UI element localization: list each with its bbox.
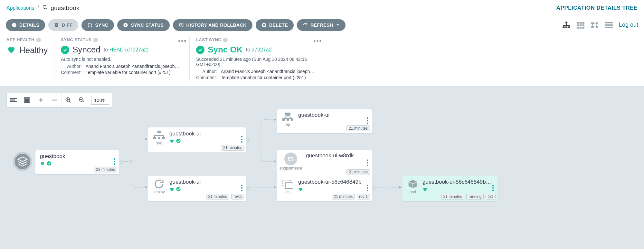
svg-rect-74: [163, 135, 164, 137]
node-kind: rs: [286, 190, 289, 194]
last-sync-panel: ••• LAST SYNC Sync OK to d7927a2 Succeed…: [189, 37, 325, 81]
node-age-tag: 21 minutes: [332, 194, 355, 199]
heart-icon: [298, 187, 303, 193]
svg-rect-22: [580, 22, 582, 23]
svg-point-79: [176, 187, 180, 191]
svg-marker-56: [145, 138, 147, 140]
last-sync-header: LAST SYNC: [196, 37, 221, 42]
svg-rect-27: [577, 27, 579, 28]
node-menu[interactable]: [366, 117, 369, 125]
svg-point-89: [367, 120, 368, 121]
node-pod[interactable]: pod guestbook-ui-56c646849b-5t… 21 minut…: [402, 176, 497, 201]
info-icon: i: [123, 23, 128, 28]
breadcrumb-separator: /: [37, 4, 39, 11]
history-icon: [179, 23, 184, 28]
node-menu[interactable]: [366, 159, 369, 168]
zoom-plus-icon[interactable]: [34, 93, 48, 107]
author-value: Anand Francis Joseph <anandfrancis.josep…: [221, 69, 318, 74]
node-replicaset[interactable]: rs guestbook-ui-56c646849b 21 minutes re…: [277, 176, 372, 201]
svg-rect-72: [154, 135, 164, 136]
svg-rect-41: [10, 98, 17, 99]
check-circle-icon: [46, 161, 52, 167]
node-menu[interactable]: [492, 184, 494, 193]
refresh-button[interactable]: REFRESH: [297, 19, 345, 31]
zoom-minus-icon[interactable]: [48, 93, 61, 107]
svg-point-75: [176, 139, 180, 143]
tree-canvas[interactable]: 100% guestbook: [0, 86, 644, 249]
svg-point-101: [492, 185, 494, 186]
svg-line-54: [83, 101, 84, 103]
diff-button[interactable]: DIFF: [48, 19, 78, 31]
svg-rect-43: [10, 101, 17, 102]
details-button[interactable]: i DETAILS: [6, 19, 45, 31]
svg-rect-73: [154, 135, 155, 137]
svg-rect-15: [565, 26, 568, 28]
app-health-value: Healthy: [19, 45, 48, 55]
check-circle-icon: [176, 187, 181, 193]
magnify-minus-icon[interactable]: [75, 93, 89, 107]
view-grid-icon[interactable]: [576, 22, 585, 29]
sync-button[interactable]: SYNC: [81, 19, 114, 31]
svg-marker-61: [399, 186, 402, 189]
svg-point-78: [241, 141, 242, 143]
last-sync-note: Succeeded 21 minutes ago (Sun Aug 18 202…: [196, 57, 318, 67]
node-menu[interactable]: [113, 158, 116, 166]
last-sync-revision-link[interactable]: d7927a2: [251, 47, 271, 52]
view-tree-icon[interactable]: [562, 22, 571, 29]
view-list-icon[interactable]: [605, 22, 613, 29]
svg-point-81: [241, 187, 242, 189]
magnify-plus-icon[interactable]: [62, 93, 75, 107]
heart-icon: [169, 138, 175, 145]
node-app-root[interactable]: guestbook 23 minutes: [35, 150, 119, 174]
svg-rect-67: [157, 131, 161, 133]
info-dot-icon[interactable]: [223, 38, 228, 42]
svg-rect-19: [563, 25, 564, 26]
sync-status-menu[interactable]: •••: [178, 37, 187, 45]
app-health-header: APP HEALTH: [6, 37, 34, 42]
app-root-icon: [13, 152, 32, 171]
node-endpoints[interactable]: ep guestbook-ui 21 minutes: [277, 109, 372, 133]
node-kind: endpointslice: [279, 166, 302, 171]
svg-point-102: [492, 187, 494, 189]
svg-point-92: [367, 162, 368, 163]
breadcrumb-bar: Applications / guestbook APPLICATION DET…: [0, 0, 644, 16]
sync-status-button[interactable]: i SYNC STATUS: [117, 19, 169, 31]
node-menu[interactable]: [366, 184, 369, 193]
sync-icon: [87, 23, 92, 28]
node-service[interactable]: svc guestbook-ui 21 minutes: [148, 127, 246, 152]
breadcrumb-root-link[interactable]: Applications: [6, 5, 34, 11]
history-rollback-button[interactable]: HISTORY AND ROLLBACK: [173, 19, 252, 31]
node-endpointslice[interactable]: ES endpointslice guestbook-ui-w8rdk 21 m…: [277, 150, 372, 177]
node-deployment[interactable]: deploy guestbook-ui 21 minutes rev:1: [148, 176, 246, 201]
delete-button[interactable]: DELETE: [256, 19, 294, 31]
info-dot-icon[interactable]: [36, 38, 41, 42]
node-menu[interactable]: [241, 184, 243, 193]
logout-link[interactable]: Log out: [619, 22, 638, 28]
app-quick-search[interactable]: guestbook: [42, 5, 79, 12]
sync-status-panel: ••• SYNC STATUS Synced to HEAD (d7927a2)…: [54, 37, 189, 81]
node-age-tag: 21 minutes: [206, 194, 230, 199]
layout-horizontal-icon[interactable]: [7, 93, 20, 107]
node-menu[interactable]: [241, 136, 243, 144]
svg-line-50: [69, 101, 71, 103]
svg-rect-28: [580, 27, 582, 28]
zoom-percent[interactable]: 100%: [91, 96, 109, 105]
node-name: guestbook-ui-56c646849b-5t…: [422, 179, 493, 185]
svg-point-65: [114, 161, 115, 162]
svg-rect-70: [162, 137, 165, 139]
sync-revision-link[interactable]: HEAD (d7927a2): [109, 47, 149, 52]
last-sync-menu[interactable]: •••: [313, 37, 322, 45]
info-dot-icon[interactable]: [93, 38, 98, 42]
view-network-icon[interactable]: [591, 22, 599, 29]
diff-icon: [54, 23, 59, 28]
svg-rect-69: [158, 137, 160, 139]
fit-screen-icon[interactable]: [20, 93, 34, 107]
last-sync-state: Sync OK: [208, 45, 242, 55]
sync-status-header: SYNC STATUS: [61, 37, 91, 42]
node-kind: ep: [286, 122, 290, 127]
svg-point-96: [367, 185, 368, 186]
breadcrumb-app-name: guestbook: [51, 5, 79, 12]
node-ready-tag: 1/1: [486, 194, 496, 199]
heart-icon: [422, 187, 428, 193]
svg-marker-62: [18, 157, 27, 161]
